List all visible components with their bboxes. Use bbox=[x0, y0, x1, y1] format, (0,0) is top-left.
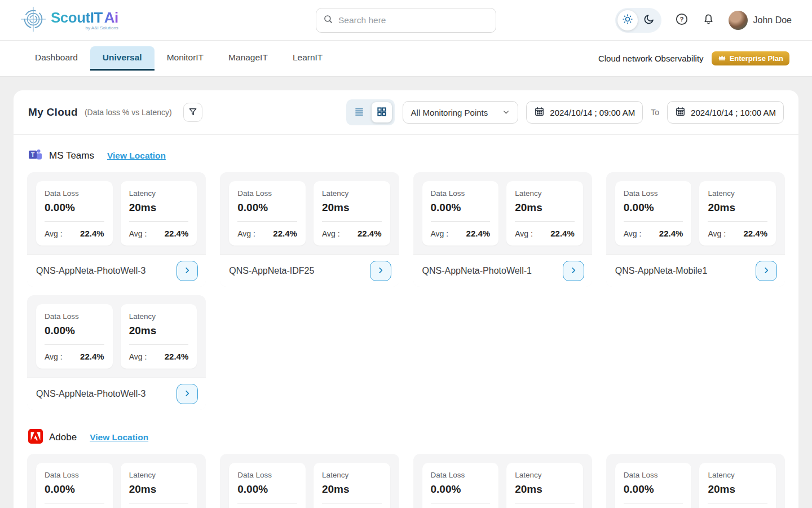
latency-metric: Latency 20ms Avg :22.4% bbox=[314, 463, 390, 508]
data-loss-metric: Data Loss 0.00% Avg :22.4% bbox=[36, 304, 113, 369]
section-header-ms-teams: T MS Teams View Location bbox=[28, 147, 785, 164]
metric-label: Latency bbox=[322, 471, 382, 479]
date-from-value: 2024/10/14 ; 09:00 AM bbox=[550, 108, 635, 117]
data-loss-metric: Data Loss 0.00% Avg :22.4% bbox=[36, 463, 113, 508]
chevron-right-icon bbox=[377, 266, 385, 276]
svg-text:?: ? bbox=[679, 16, 683, 23]
tab-dashboard[interactable]: Dashboard bbox=[23, 46, 90, 71]
latency-value: 20ms bbox=[129, 325, 189, 337]
panel-header: My Cloud (Data loss % vs Latency) bbox=[14, 90, 798, 135]
date-to-picker[interactable]: 2024/10/14 ; 10:00 AM bbox=[667, 101, 784, 124]
context-label: Cloud network Observability bbox=[598, 54, 704, 63]
ms-teams-icon: T bbox=[28, 147, 43, 164]
logo-wordmark: ScoutITAi bbox=[51, 10, 118, 25]
avg-label: Avg : bbox=[515, 229, 533, 238]
card-title: QNS-AppNeta-Mobile1 bbox=[615, 266, 708, 276]
help-icon: ? bbox=[675, 12, 689, 28]
help-button[interactable]: ? bbox=[675, 12, 689, 28]
avg-label: Avg : bbox=[237, 229, 255, 238]
card-details-button[interactable] bbox=[563, 261, 584, 281]
monitor-card: Data Loss 0.00% Avg :22.4% Latency 20ms … bbox=[27, 295, 206, 410]
card-footer: QNS-AppNeta-PhotoWell-1 bbox=[413, 255, 592, 287]
view-location-link[interactable]: View Location bbox=[90, 432, 148, 443]
divider bbox=[515, 221, 575, 222]
divider bbox=[237, 221, 297, 222]
card-footer: QNS-AppNeta-PhotoWell-3 bbox=[27, 378, 206, 410]
tab-universal[interactable]: Universal bbox=[90, 46, 155, 71]
app-header: ScoutITAi by A&I Solutions bbox=[0, 0, 812, 41]
metric-label: Data Loss bbox=[624, 189, 683, 198]
avg-label: Avg : bbox=[45, 229, 63, 238]
date-from-picker[interactable]: 2024/10/14 ; 09:00 AM bbox=[526, 101, 643, 124]
ms-teams-cards-grid: Data Loss 0.00% Avg :22.4% Latency 20ms … bbox=[27, 172, 785, 410]
latency-metric: Latency 20ms Avg :22.4% bbox=[314, 181, 390, 246]
dark-mode-button[interactable] bbox=[639, 10, 659, 30]
divider bbox=[431, 503, 491, 503]
metric-label: Data Loss bbox=[45, 471, 104, 479]
calendar-icon bbox=[675, 106, 686, 119]
data-loss-value: 0.00% bbox=[237, 202, 297, 214]
view-location-link[interactable]: View Location bbox=[107, 151, 166, 161]
latency-value: 20ms bbox=[515, 483, 575, 496]
tab-learnit[interactable]: LearnIT bbox=[280, 46, 335, 71]
avg-label: Avg : bbox=[708, 229, 726, 238]
data-loss-value: 0.00% bbox=[237, 483, 297, 496]
funnel-icon bbox=[188, 107, 198, 119]
divider bbox=[45, 221, 104, 222]
metric-label: Latency bbox=[515, 189, 575, 198]
latency-metric: Latency 20ms Avg :22.4% bbox=[121, 463, 197, 508]
divider bbox=[624, 503, 683, 503]
data-loss-value: 0.00% bbox=[624, 483, 683, 496]
card-details-button[interactable] bbox=[176, 261, 198, 281]
card-details-button[interactable] bbox=[176, 384, 198, 404]
latency-metric: Latency 20ms Avg :22.4% bbox=[699, 181, 776, 246]
section-name: MS Teams bbox=[49, 150, 94, 161]
app-logo[interactable]: ScoutITAi by A&I Solutions bbox=[20, 6, 118, 34]
divider bbox=[129, 221, 189, 222]
latency-metric: Latency 20ms Avg :22.4% bbox=[121, 304, 197, 369]
adobe-icon bbox=[28, 429, 43, 446]
data-loss-value: 0.00% bbox=[431, 483, 491, 496]
tab-manageit[interactable]: ManageIT bbox=[216, 46, 280, 71]
list-view-button[interactable] bbox=[349, 102, 369, 122]
date-range-to-label: To bbox=[651, 108, 659, 117]
metric-label: Data Loss bbox=[45, 312, 104, 321]
latency-value: 20ms bbox=[129, 483, 189, 496]
avg-value: 22.4% bbox=[659, 229, 683, 238]
data-loss-metric: Data Loss 0.00% Avg :22.4% bbox=[615, 463, 692, 508]
user-menu[interactable]: John Doe bbox=[729, 11, 792, 30]
data-loss-metric: Data Loss 0.00% Avg :22.4% bbox=[422, 463, 499, 508]
latency-metric: Latency 20ms Avg :22.4% bbox=[506, 463, 583, 508]
latency-value: 20ms bbox=[708, 483, 767, 496]
grid-view-button[interactable] bbox=[372, 102, 392, 122]
tab-monitorit[interactable]: MonitorIT bbox=[155, 46, 216, 71]
card-details-button[interactable] bbox=[756, 261, 777, 281]
avg-value: 22.4% bbox=[80, 229, 104, 238]
monitor-card: Data Loss 0.00% Avg :22.4% Latency 20ms … bbox=[220, 172, 399, 287]
metric-label: Latency bbox=[129, 471, 189, 479]
bell-icon bbox=[702, 13, 715, 28]
grid-view-icon bbox=[376, 106, 387, 119]
card-details-button[interactable] bbox=[370, 261, 391, 281]
notifications-button[interactable] bbox=[702, 13, 715, 28]
chevron-right-icon bbox=[183, 266, 191, 276]
theme-toggle bbox=[615, 8, 661, 33]
enterprise-plan-badge[interactable]: Enterprise Plan bbox=[712, 51, 789, 65]
moon-icon bbox=[643, 14, 655, 27]
latency-value: 20ms bbox=[129, 202, 189, 214]
monitor-card: Data Loss 0.00% Avg :22.4% Latency 20ms … bbox=[413, 172, 592, 287]
avg-value: 22.4% bbox=[273, 229, 297, 238]
avg-value: 22.4% bbox=[466, 229, 491, 238]
light-mode-button[interactable] bbox=[617, 10, 638, 30]
card-title: QNS-AppNeta-PhotoWell-3 bbox=[36, 389, 145, 399]
filter-button[interactable] bbox=[183, 103, 202, 122]
divider bbox=[322, 221, 382, 222]
my-cloud-panel: My Cloud (Data loss % vs Latency) bbox=[14, 90, 798, 508]
card-title: QNS-AppNeta-PhotoWell-3 bbox=[36, 266, 145, 276]
monitoring-points-dropdown[interactable]: All Monitoring Points bbox=[403, 101, 519, 124]
metric-label: Latency bbox=[515, 471, 575, 479]
metric-label: Data Loss bbox=[431, 471, 491, 479]
card-footer: QNS-AppNeta-Mobile1 bbox=[606, 255, 785, 287]
search-input[interactable] bbox=[338, 15, 489, 25]
chevron-right-icon bbox=[183, 389, 191, 399]
